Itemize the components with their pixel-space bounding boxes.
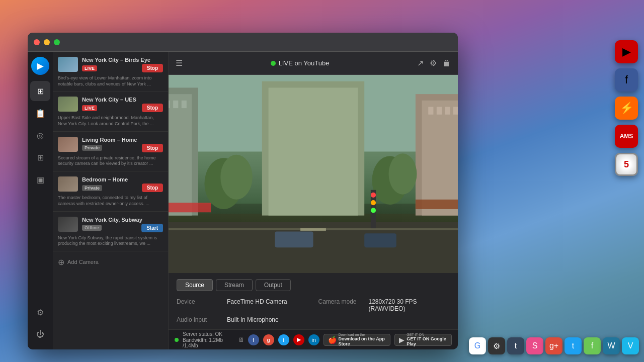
sidebar-item-power[interactable]: ⏻ (30, 324, 50, 344)
top-bar: ☰ LIVE on YouTube ↗ ⚙ 🗑 (169, 52, 458, 75)
camera-item-nyc-birds[interactable]: New York City – Birds Eye LIVE Stop Bird… (53, 52, 168, 92)
camera-item-subway[interactable]: New York City, Subway Offline Start New … (53, 212, 168, 251)
device-label: Device (177, 298, 222, 312)
footer-social: f g t ▶ in (248, 334, 319, 345)
close-button[interactable] (34, 39, 40, 45)
stop-button-living[interactable]: Stop (142, 144, 163, 152)
sidebar-item-settings[interactable]: ⚙ (30, 302, 50, 322)
stop-button-bedroom[interactable]: Stop (142, 184, 163, 192)
tab-output[interactable]: Output (256, 279, 291, 291)
ams-dock-icon[interactable]: AMS (615, 125, 638, 148)
youtube-dock-icon[interactable]: ▶ (615, 40, 638, 63)
gplus-mini-icon[interactable]: g+ (545, 337, 562, 354)
svg-rect-5 (173, 101, 178, 108)
camera-info-nyc-birds: New York City – Birds Eye LIVE Stop (82, 57, 163, 72)
social-google-plus[interactable]: g (263, 334, 274, 345)
camera-item-nyc-ues[interactable]: New York City – UES LIVE Stop Upper East… (53, 92, 168, 131)
google-mini-icon[interactable]: G (469, 337, 486, 354)
audio-input-row: Audio input Built-in Microphone (177, 316, 308, 323)
minimize-button[interactable] (44, 39, 50, 45)
camera-thumb-bedroom (58, 176, 78, 192)
right-dock: ▶ f ⚡ AMS 5 (615, 40, 638, 176)
tumblr-mini-icon[interactable]: t (507, 337, 524, 354)
trash-icon[interactable]: 🗑 (443, 59, 451, 68)
svg-rect-23 (364, 233, 396, 247)
camera-mode-value: 644x362 30 FPS (RAWVIDEO) (369, 298, 450, 312)
bottom-panel: Source Stream Output Device FaceTime HD … (169, 273, 458, 329)
device-row: Device FaceTime HD Camera (177, 298, 308, 312)
source-info-grid: Device FaceTime HD Camera Camera mode 12… (177, 298, 450, 323)
svg-rect-14 (269, 87, 358, 215)
bandwidth-text: Bandwidth: 1.2Mb /1.4Mb (183, 337, 232, 348)
camera-item-bedroom[interactable]: Bedroom – Home Private Stop The master b… (53, 171, 168, 211)
vimeo-mini-icon[interactable]: V (622, 337, 639, 354)
social-youtube[interactable]: ▶ (293, 334, 304, 345)
stop-button-nyc-ues[interactable]: Stop (142, 104, 163, 112)
wordpress-mini-icon[interactable]: W (603, 337, 620, 354)
social-facebook[interactable]: f (248, 334, 259, 345)
twitter-mini-icon[interactable]: t (565, 337, 582, 354)
facebook-dock-icon[interactable]: f (615, 68, 638, 92)
svg-point-18 (388, 153, 417, 194)
camera-desc-living: Secured stream of a private residence, t… (58, 155, 163, 167)
camera-info-subway: New York City, Subway Offline Start (82, 217, 163, 232)
stop-button-nyc-birds[interactable]: Stop (142, 64, 163, 72)
sidebar-item-video[interactable]: ▣ (30, 169, 50, 190)
google-play-icon: ▶ (399, 336, 405, 344)
app-logo[interactable]: ▶ (31, 57, 49, 75)
app-store-badge[interactable]: 🍎 Download on the Download on the App St… (324, 334, 391, 346)
camera-item-living[interactable]: Living Room – Home Private Stop Secured … (53, 132, 168, 171)
add-camera-button[interactable]: ⊕ Add Camera (53, 251, 168, 273)
menu-icon[interactable]: ☰ (176, 58, 183, 68)
svg-rect-21 (300, 228, 326, 231)
video-scene (169, 75, 458, 273)
sidebar-item-book[interactable]: 📋 (30, 103, 50, 123)
maximize-button[interactable] (54, 39, 60, 45)
server-status-dot (175, 338, 179, 342)
camera-title-living: Living Room – Home (82, 137, 163, 143)
tab-source[interactable]: Source (177, 279, 213, 291)
server-status-text: Server status: OK (183, 331, 232, 337)
svg-rect-8 (422, 101, 458, 216)
feedly-mini-icon[interactable]: f (584, 337, 601, 354)
camera-mode-row: Camera mode 644x362 30 FPS (RAWVIDEO) (318, 298, 450, 312)
camera-info-bedroom: Bedroom – Home Private Stop (82, 176, 163, 192)
share-icon[interactable]: ↗ (417, 58, 424, 68)
svg-rect-22 (275, 231, 313, 247)
camera-title-subway: New York City, Subway (82, 217, 163, 223)
add-camera-icon: ⊕ (58, 257, 64, 267)
start-button-subway[interactable]: Start (141, 224, 163, 232)
footer-stores: 🍎 Download on the Download on the App St… (324, 334, 452, 346)
svg-point-25 (371, 193, 376, 198)
sidebar: ▶ ⊞ 📋 ◎ ⊞ ▣ ⚙ ⏻ (28, 52, 53, 349)
tab-row: Source Stream Output (177, 279, 450, 291)
live-status-text: LIVE on YouTube (279, 59, 330, 67)
app-content: ▶ ⊞ 📋 ◎ ⊞ ▣ ⚙ ⏻ New York City – Birds Ey… (28, 52, 458, 349)
s5-dock-icon[interactable]: 5 (615, 153, 638, 176)
settings-icon[interactable]: ⚙ (430, 58, 437, 68)
audio-input-label: Audio input (177, 316, 222, 323)
svg-rect-29 (416, 200, 458, 209)
hd-icon: 🖥 (238, 336, 244, 343)
flash-dock-icon[interactable]: ⚡ (615, 97, 638, 120)
apple-icon: 🍎 (328, 336, 337, 344)
camera-desc-subway: New York City Subway, the rapid transit … (58, 235, 163, 247)
camera-status-living: Private (82, 145, 102, 151)
camera-thumb-living (58, 137, 78, 152)
add-camera-label: Add Camera (67, 259, 99, 265)
social-linkedin[interactable]: in (308, 334, 319, 345)
google-play-badge[interactable]: ▶ GET IT ON GET IT ON Google Play (394, 334, 452, 346)
sketch-mini-icon[interactable]: S (526, 337, 543, 354)
svg-rect-10 (437, 107, 442, 115)
sidebar-item-home[interactable]: ⊞ (30, 81, 50, 101)
sidebar-item-location[interactable]: ◎ (30, 125, 50, 145)
svg-rect-28 (169, 203, 211, 212)
camera-info-nyc-ues: New York City – UES LIVE Stop (82, 97, 163, 112)
main-panel: ☰ LIVE on YouTube ↗ ⚙ 🗑 (169, 52, 458, 349)
camera-thumb-subway (58, 217, 78, 232)
social-twitter[interactable]: t (278, 334, 289, 345)
teamcity-mini-icon[interactable]: ⚙ (488, 337, 505, 354)
camera-thumb-nyc-ues (58, 97, 78, 112)
tab-stream[interactable]: Stream (216, 279, 253, 291)
sidebar-item-grid[interactable]: ⊞ (30, 147, 50, 167)
